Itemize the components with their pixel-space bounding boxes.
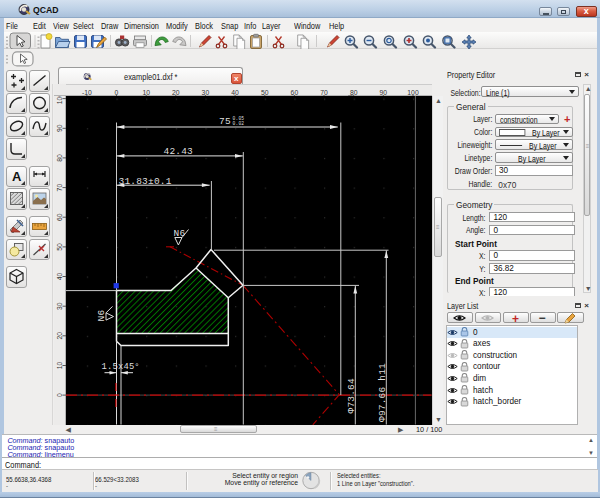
svg-text:-10: -10 (82, 89, 92, 96)
svg-text:10: 10 (55, 362, 62, 370)
svg-text:30: 30 (55, 302, 62, 310)
svg-text:70: 70 (320, 89, 328, 96)
svg-text:20: 20 (55, 332, 62, 340)
svg-text:40: 40 (231, 89, 239, 96)
svg-text:1.5x45°: 1.5x45° (102, 362, 140, 372)
svg-text:100: 100 (55, 96, 62, 104)
svg-text:0: 0 (55, 393, 62, 397)
svg-text:40: 40 (55, 273, 62, 281)
svg-text:80: 80 (55, 154, 62, 162)
svg-text:90: 90 (55, 124, 62, 132)
svg-text:70: 70 (55, 184, 62, 192)
svg-text:N6: N6 (96, 310, 107, 322)
svg-text:20: 20 (172, 89, 180, 96)
svg-text:60: 60 (55, 213, 62, 221)
svg-text:Φ73.64: Φ73.64 (346, 378, 357, 414)
svg-text:90: 90 (380, 89, 388, 96)
svg-text:60: 60 (291, 89, 299, 96)
svg-text:0.02: 0.02 (233, 121, 245, 126)
svg-text:50: 50 (55, 243, 62, 251)
svg-text:75: 75 (219, 116, 231, 127)
svg-text:100: 100 (407, 89, 419, 96)
svg-text:0: 0 (115, 89, 119, 96)
svg-text:Φ97.66 h11: Φ97.66 h11 (377, 363, 388, 422)
svg-text:80: 80 (350, 89, 358, 96)
svg-text:30: 30 (202, 89, 210, 96)
svg-text:42.43: 42.43 (164, 146, 194, 157)
svg-text:50: 50 (261, 89, 269, 96)
svg-text:10: 10 (142, 89, 150, 96)
svg-text:31.83±0.1: 31.83±0.1 (119, 176, 172, 187)
